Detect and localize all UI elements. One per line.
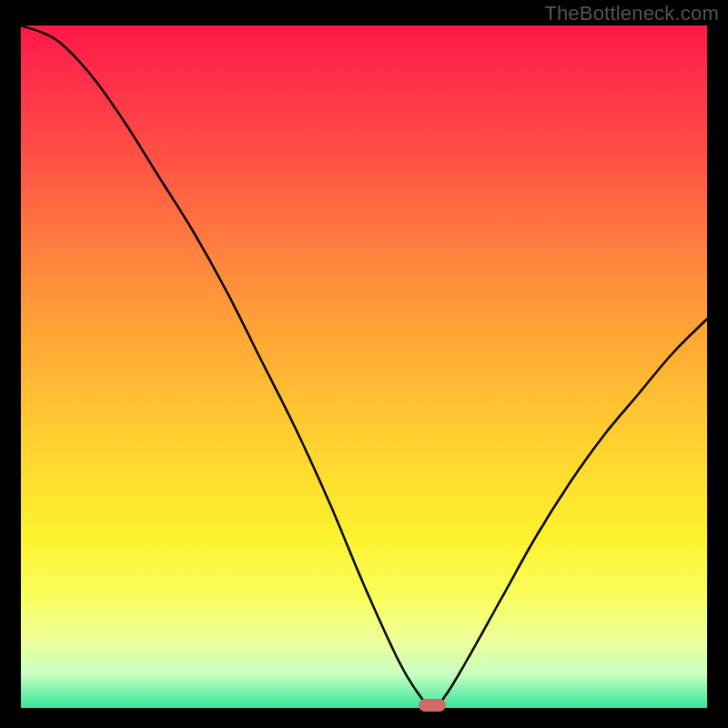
bottleneck-curve [21,25,707,708]
optimal-point-marker [419,699,446,712]
plot-area [21,25,707,708]
watermark-text: TheBottleneck.com [544,2,719,25]
chart-frame: TheBottleneck.com [0,0,728,728]
